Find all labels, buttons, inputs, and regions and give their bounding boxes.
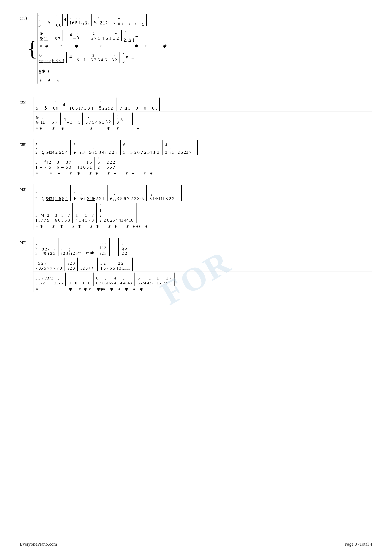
lower-staff-35b: 𝄋 ✱ 𝄋 — [38, 65, 372, 78]
chord: ·· 3 2 — [113, 31, 119, 41]
measure-39-2: · 3· · i· · i — [71, 140, 120, 155]
chord: 5 4 — [98, 31, 104, 41]
lower-staff-35a: 6· 6· ⌢ 11 6 7 — [38, 29, 372, 43]
ped-sym: 𝄋 — [59, 44, 61, 49]
footer-right: Page 3 /Total 4 — [345, 541, 372, 547]
note: ·5 — [75, 17, 78, 25]
section-num-39: (39) — [20, 142, 26, 147]
note: 2 — [100, 17, 102, 26]
ped-row-39: 𝄋 𝄋 ✱ 𝄋 ✱ 𝄋 ✱ 𝄋 ✱ 𝄋 ✱ 𝄋 ✱ — [33, 171, 372, 176]
note: ·i — [70, 17, 71, 25]
sec-num-35: (35) — [20, 13, 27, 21]
key-change: 1=Bb — [85, 251, 94, 256]
bass-row-47: 3 3 3 7 7373 572 ⌣ 2375 — [33, 271, 372, 286]
measure-39-3: 6 5 · i — [121, 140, 161, 155]
treble-staff-47: · 7 3 3 2 #5 · i — [33, 237, 372, 292]
note: ·5 — [38, 19, 41, 28]
treble-staff-39: · 5 · 2 5̣ — [33, 139, 372, 176]
barline — [88, 30, 88, 41]
score-wrapper: (35) { ⌒ ·5 5̣ — [20, 13, 372, 292]
upper-staff-35b: 6· 6· 6663 6 3 3 3 4 – — [38, 51, 372, 65]
measure-39-4: 4 3 · i — [163, 140, 197, 155]
note: ·i — [122, 17, 123, 26]
chord: · · 3 — [122, 52, 125, 64]
note: ·3 — [77, 54, 79, 62]
section-35-main: (35) · 5 5̣ — [20, 97, 372, 131]
note: 5̤ — [94, 17, 97, 26]
section-47: (47) · 7 3 3 2 — [20, 237, 372, 292]
barline — [111, 14, 111, 26]
bass-row-43: 5 1 · i #4 7 7 — [33, 202, 372, 224]
measure-39-1: · 5 · 2 5̣ — [33, 140, 70, 155]
sec-35: (35) { ⌒ ·5 5̣ — [20, 13, 372, 84]
chord: 2 5 7 — [91, 31, 96, 41]
asterisk: ✱ — [45, 44, 48, 48]
spacer-3 — [20, 232, 372, 237]
measure-39b-2: 3 6 – 3 5 7 3 — [55, 160, 73, 170]
barline — [91, 14, 92, 26]
footer: EveryonePiano.com Page 3 /Total 4 — [20, 541, 372, 547]
barline — [136, 52, 136, 63]
measure-39b-4: ♭ 6 2 2 6 2 5 — [96, 157, 117, 170]
measure-39b-3: 4 1 6 1 3 5 1 — [75, 160, 94, 170]
measure-47-4b: 5 2 1 5 7 6 5 2 2 4 3 3i i i — [98, 261, 132, 271]
bass-row-39: 5 1 – #4 7 2 5 — [33, 156, 372, 171]
upper-staff-35: ⌒ ·5 5̣ ⌒ ·6 6 — [38, 13, 372, 29]
chord: 5 4 — [98, 53, 103, 62]
section-35: (35) { ⌒ ·5 5̣ — [20, 13, 372, 84]
barline — [120, 52, 120, 63]
note-5: 5̣ — [44, 102, 47, 111]
section-num-43: (43) — [20, 187, 26, 192]
measure-35b-1: 6· 6· ⌣ 11 6 7 — [33, 115, 60, 125]
barline — [121, 30, 122, 41]
measure-47b-2: 0 0 0 0 — [66, 281, 92, 285]
pedal-35a: 𝄋 ✱ 𝄋 ✱ 𝄋 ✱ 𝄋 ✱ — [38, 43, 372, 49]
barline — [62, 14, 63, 26]
note-11-slur: ⌣ 11 — [41, 117, 45, 125]
note: ·i — [79, 17, 80, 25]
measure-43-3: 6 · · i · 5 2 3 5 6 7 2 3 3· — [108, 188, 146, 201]
ped-row-47: 𝄋 ✱ 𝄋 ✱ 𝄋 ✱✱𝄋 ✱ 𝄋 ✱ 𝄋 ✱ — [33, 286, 372, 292]
barline — [140, 30, 140, 41]
measure-47-4: · i ⌣ · i — [110, 246, 118, 256]
measure-43b-1: 5 1 · i #4 7 7 — [33, 213, 51, 223]
section-43: (43) · 5 · 2 — [20, 184, 372, 230]
spacer-2 — [20, 179, 372, 184]
note: 5̣ — [48, 17, 50, 26]
chord: · 3 2 — [112, 53, 117, 62]
measure-47-5: ⌣ 5̣5̣ 2 2 — [120, 243, 129, 256]
barline — [63, 30, 63, 41]
barline-end — [159, 98, 160, 111]
treble-row-35: · 5 5̣ ⌣ — [33, 97, 372, 112]
treble-row-43: · 5 · 2 5̣ — [33, 184, 372, 202]
section-39: (39) · 5 · 2 — [20, 139, 372, 176]
footer-left: EveryonePiano.com — [20, 541, 57, 547]
timesig: 4 — [64, 17, 66, 25]
page: FOR (35) { ⌒ ·5 — [0, 0, 392, 555]
staffs-35: ⌒ ·5 5̣ ⌒ ·6 6 — [37, 13, 372, 84]
note: ·i — [84, 54, 86, 62]
measure-47-3: · i · 2 · 3 — [98, 242, 108, 256]
treble-staff-35: · 5 5̣ ⌣ — [33, 97, 372, 131]
measure-47-1: · 7 3 3 2 #5 · i — [33, 243, 57, 256]
measure-47-3b: i 2 3 5 6 7i — [78, 262, 96, 271]
measure-47-2: · i · 2 · 3 — [59, 248, 84, 256]
note-i-dot: · i — [70, 102, 71, 111]
chord: · · 3 — [124, 30, 127, 42]
measure-47-1b: 5 2 7 7 35 5 7 7 7 7 3 — [33, 261, 64, 271]
measure-47-2b: i i 2 2 3 3 — [66, 261, 77, 271]
measure-35-3: ⌣ 5̤ 2 2 · — [97, 100, 116, 111]
measure-35-1: · 5 5̣ ⌣ — [33, 100, 60, 111]
barline — [117, 98, 117, 111]
measure-35b-3: 2 5 7 5 4 6 1 — [84, 116, 113, 125]
measure-43b-3: 1 4 1 4 3 3 7 7 3 — [74, 213, 96, 223]
note: ·i — [103, 17, 105, 26]
measure-47b-4: 5 5574 ⌣ 427 1 1512 — [136, 276, 173, 285]
treble-row-47b: 5 2 7 7 35 5 7 7 7 7 3 i i — [33, 257, 372, 271]
ped-row-43: 𝄋 ✱ 𝄋 ✱ 𝄋 ✱ 𝄋 ✱ 𝄋 ✱ 𝄋 ✱✱𝄋 ✱ — [33, 224, 372, 230]
spacer — [20, 134, 372, 139]
measure-35b-2: 4 – · 3 · i — [62, 117, 82, 125]
measure-43b-4: 4 1 2· 2· 2 6 26 4 41 4416 — [98, 203, 135, 223]
note-66-slur: ⌣ · 6 6 — [53, 100, 58, 111]
note-chord: 6· 6· — [36, 115, 39, 125]
